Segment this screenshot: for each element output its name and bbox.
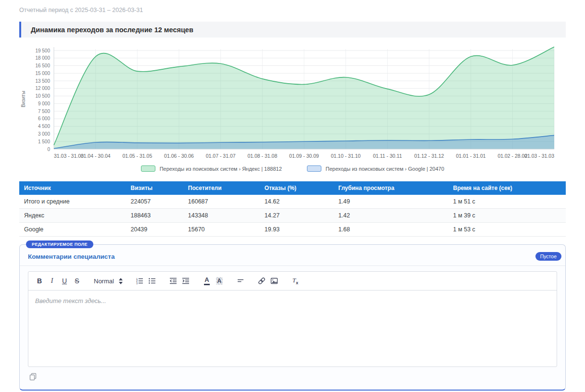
section-title-bar: Динамика переходов за последние 12 месяц… bbox=[19, 22, 566, 38]
table-row: Google204391567019.931.681 м 53 с bbox=[19, 223, 566, 237]
y-axis-tick-label: 1 500 bbox=[38, 139, 50, 144]
copy-button[interactable] bbox=[28, 372, 38, 382]
legend-swatch-google bbox=[307, 165, 321, 172]
editor-placeholder: Введите текст здесь... bbox=[35, 297, 106, 304]
table-cell: 1.49 bbox=[333, 195, 448, 209]
table-cell: 1.68 bbox=[333, 223, 448, 237]
comment-text-area[interactable]: Введите текст здесь... bbox=[28, 291, 557, 367]
y-axis-tick-label: 15 000 bbox=[35, 71, 50, 76]
table-header-cell: Время на сайте (сек) bbox=[448, 181, 566, 195]
y-axis-tick-label: 7 500 bbox=[38, 109, 50, 114]
table-cell: 143348 bbox=[183, 209, 260, 223]
report-page: Отчетный период с 2025-03-31 – 2026-03-3… bbox=[0, 0, 585, 391]
x-axis-tick-label: 01.04 - 30.04 bbox=[81, 153, 111, 159]
legend-label-google: Переходы из поисковых систем › Google | … bbox=[326, 166, 445, 172]
bullet-list-icon bbox=[148, 277, 156, 285]
background-color-button[interactable]: A bbox=[213, 275, 226, 287]
x-axis-tick-label: 01.08 - 31.08 bbox=[247, 153, 277, 159]
chart-legend: Переходы из поисковых систем › Яндекс | … bbox=[19, 165, 566, 172]
clear-formatting-button[interactable]: Tx bbox=[289, 275, 302, 287]
table-cell: Google bbox=[19, 223, 126, 237]
table-header-cell: Посетители bbox=[183, 181, 260, 195]
table-header-cell: Визиты bbox=[126, 181, 183, 195]
bold-button[interactable]: B bbox=[33, 275, 46, 287]
outdent-button[interactable] bbox=[167, 275, 179, 287]
legend-swatch-yandex bbox=[141, 165, 155, 172]
comment-header: Комментарии специалиста Пустое bbox=[20, 245, 565, 266]
x-axis-tick-label: 01.01 - 31.01 bbox=[456, 153, 486, 159]
indent-button[interactable] bbox=[179, 275, 192, 287]
section-title: Динамика переходов за последние 12 месяц… bbox=[31, 26, 193, 34]
y-axis-tick-label: 0 bbox=[47, 147, 50, 152]
legend-label-yandex: Переходы из поисковых систем › Яндекс | … bbox=[160, 166, 282, 172]
select-arrows-icon bbox=[119, 278, 123, 284]
text-color-icon: A bbox=[204, 277, 210, 285]
underline-button[interactable]: U bbox=[58, 275, 71, 287]
traffic-area-chart: 01 5003 0004 5006 0007 5009 00010 50012 … bbox=[19, 43, 566, 164]
y-axis-tick-label: 19 500 bbox=[35, 48, 50, 53]
table-cell: Яндекс bbox=[19, 209, 126, 223]
table-header-row: ИсточникВизитыПосетителиОтказы (%)Глубин… bbox=[19, 181, 566, 195]
x-axis-tick-label: 01.11 - 30.11 bbox=[373, 153, 402, 159]
y-axis-title: Визиты bbox=[21, 91, 26, 107]
ordered-list-button[interactable]: 1 2 3 bbox=[133, 275, 146, 287]
y-axis-tick-label: 18 000 bbox=[35, 55, 50, 61]
table-row: Итого и средние22405716068714.621.491 м … bbox=[19, 195, 566, 209]
table-cell: 1.42 bbox=[333, 209, 448, 223]
x-axis-tick-label: 01.02 - 28.02 bbox=[497, 153, 527, 159]
editable-field-badge: РЕДАКТИРУЕМОЕ ПОЛЕ bbox=[26, 240, 93, 248]
comment-title: Комментарии специалиста bbox=[28, 253, 114, 260]
x-axis-tick-label: 01.05 - 31.05 bbox=[122, 153, 152, 159]
link-icon bbox=[257, 277, 266, 285]
paragraph-format-select[interactable]: Normal bbox=[92, 278, 125, 285]
y-axis-tick-label: 6 000 bbox=[38, 116, 50, 121]
copy-icon bbox=[29, 372, 38, 381]
link-button[interactable] bbox=[255, 275, 268, 287]
legend-item-yandex[interactable]: Переходы из поисковых систем › Яндекс | … bbox=[141, 165, 282, 172]
editable-field-box: РЕДАКТИРУЕМОЕ ПОЛЕ Комментарии специалис… bbox=[19, 244, 566, 391]
y-axis-tick-label: 9 000 bbox=[38, 101, 50, 106]
align-button[interactable] bbox=[234, 275, 247, 287]
y-axis-tick-label: 13 500 bbox=[35, 78, 50, 84]
y-axis-tick-label: 16 500 bbox=[35, 63, 50, 68]
table-cell: 160687 bbox=[183, 195, 260, 209]
table-cell: 14.62 bbox=[260, 195, 333, 209]
insert-image-button[interactable] bbox=[268, 275, 280, 287]
table-cell: Итого и средние bbox=[19, 195, 126, 209]
y-axis-tick-label: 4 500 bbox=[38, 124, 50, 129]
ordered-list-icon: 1 2 3 bbox=[135, 277, 144, 285]
x-axis-tick-label: 01.12 - 31.12 bbox=[414, 153, 444, 159]
y-axis-tick-label: 12 000 bbox=[35, 86, 50, 91]
bullet-list-button[interactable] bbox=[146, 275, 158, 287]
x-axis-tick-label: 01.09 - 30.09 bbox=[289, 153, 319, 159]
background-color-icon: A bbox=[216, 277, 223, 285]
empty-status-badge[interactable]: Пустое bbox=[535, 252, 561, 261]
x-axis-tick-label: 31.03 - 31.03 bbox=[54, 153, 84, 159]
x-axis-tick-label: 01.03 - 31.03 bbox=[524, 153, 554, 159]
rich-text-editor: B I U S Normal bbox=[28, 271, 557, 367]
table-header-cell: Глубина просмотра bbox=[333, 181, 448, 195]
table-cell: 1 м 53 с bbox=[448, 223, 566, 237]
x-axis-tick-label: 01.06 - 30.06 bbox=[164, 153, 194, 159]
indent-icon bbox=[181, 277, 190, 285]
y-axis-tick-label: 3 000 bbox=[38, 131, 50, 137]
editor-toolbar: B I U S Normal bbox=[28, 272, 557, 291]
traffic-chart-area: 01 5003 0004 5006 0007 5009 00010 50012 … bbox=[19, 43, 566, 172]
x-axis-tick-label: 01.10 - 31.10 bbox=[331, 153, 361, 159]
table-cell: 224057 bbox=[126, 195, 183, 209]
table-cell: 20439 bbox=[126, 223, 183, 237]
image-icon bbox=[270, 277, 279, 285]
svg-text:3: 3 bbox=[136, 282, 138, 285]
text-color-button[interactable]: A bbox=[201, 275, 213, 287]
report-period-label: Отчетный период с 2025-03-31 – 2026-03-3… bbox=[19, 7, 566, 13]
table-cell: 188463 bbox=[126, 209, 183, 223]
y-axis-tick-label: 10 500 bbox=[35, 93, 50, 99]
legend-item-google[interactable]: Переходы из поисковых систем › Google | … bbox=[307, 165, 445, 172]
align-icon bbox=[236, 277, 245, 285]
table-cell: 1 м 39 с bbox=[448, 209, 566, 223]
table-header-cell: Отказы (%) bbox=[260, 181, 333, 195]
sources-table: ИсточникВизитыПосетителиОтказы (%)Глубин… bbox=[19, 181, 566, 237]
italic-button[interactable]: I bbox=[46, 275, 58, 287]
table-cell: 15670 bbox=[183, 223, 260, 237]
strikethrough-button[interactable]: S bbox=[71, 275, 83, 287]
